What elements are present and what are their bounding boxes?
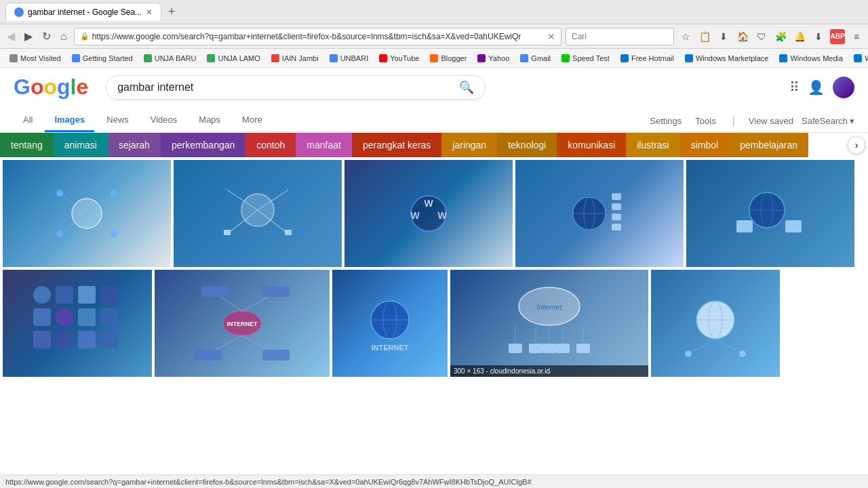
image-cell[interactable]: INTERNET — [332, 270, 448, 377]
svg-rect-42 — [33, 331, 51, 348]
tab-videos[interactable]: Videos — [141, 109, 187, 132]
bookmark-favicon — [271, 54, 279, 62]
bookmark-speedtest[interactable]: Speed Test — [557, 53, 614, 64]
home-button[interactable]: ⌂ — [58, 29, 70, 44]
google-logo[interactable]: Google — [14, 75, 88, 100]
google-search-input[interactable] — [117, 81, 459, 94]
bookmark-unja-lamo[interactable]: UNJA LAMO — [203, 53, 264, 64]
bookmark-gmail[interactable]: Gmail — [516, 53, 555, 64]
download-icon[interactable]: ⬇ — [716, 29, 731, 44]
tab-close-button[interactable]: ✕ — [146, 7, 153, 17]
chip-sejarah[interactable]: sejarah — [108, 133, 161, 157]
chips-next-button[interactable]: › — [848, 136, 865, 154]
image-content: INTERNET — [155, 270, 330, 377]
svg-rect-27 — [612, 214, 621, 220]
chip-ilustrasi[interactable]: ilustrasi — [626, 133, 679, 157]
image-content — [651, 270, 780, 377]
chip-animasi[interactable]: animasi — [54, 133, 108, 157]
svg-rect-16 — [285, 230, 292, 235]
bookmark-iain-jambi[interactable]: IAIN Jambi — [267, 53, 323, 64]
image-cell[interactable]: W W W — [344, 160, 513, 267]
account-icon[interactable]: 👤 — [808, 79, 825, 96]
chip-simbol[interactable]: simbol — [680, 133, 729, 157]
chip-jaringan[interactable]: jaringan — [441, 133, 497, 157]
chip-teknologi[interactable]: teknologi — [497, 133, 557, 157]
svg-rect-38 — [33, 308, 51, 326]
internet-diagram-svg — [46, 180, 127, 247]
chip-pembelajaran[interactable]: pembelajaran — [729, 133, 808, 157]
image-cell[interactable]: INTERNET — [155, 270, 330, 377]
image-content — [174, 160, 342, 267]
image-cell[interactable] — [515, 160, 684, 267]
apps-grid-icon[interactable]: ⠿ — [789, 79, 800, 96]
image-cell[interactable] — [3, 160, 171, 267]
chip-perangkat-keras[interactable]: perangkat keras — [352, 133, 441, 157]
star-icon[interactable]: ☆ — [678, 29, 693, 44]
bookmark-getting-started[interactable]: Getting Started — [68, 53, 137, 64]
www-svg: W W W — [388, 180, 469, 247]
tab-all[interactable]: All — [14, 109, 42, 132]
chip-manfaat[interactable]: manfaat — [296, 133, 352, 157]
bookmark-icon[interactable]: 📋 — [697, 29, 712, 44]
back-button[interactable]: ◀ — [4, 28, 18, 44]
svg-rect-36 — [78, 286, 96, 304]
bookmark-free-hotmail[interactable]: Free Hotmail — [616, 53, 678, 64]
bookmark-windows-media[interactable]: Windows Media — [775, 53, 847, 64]
shield-icon[interactable]: 🛡 — [754, 29, 769, 44]
image-cell[interactable] — [174, 160, 342, 267]
home-nav-icon[interactable]: 🏠 — [735, 29, 750, 44]
image-cell[interactable] — [3, 270, 152, 377]
address-input[interactable] — [92, 32, 547, 41]
view-saved-link[interactable]: View saved — [749, 116, 793, 126]
chip-perkembangan[interactable]: perkembangan — [161, 133, 245, 157]
address-bar-wrapper: 🔒 ✕ — [74, 28, 561, 45]
image-content: INTERNET — [332, 270, 448, 377]
bookmark-windows[interactable]: Windows — [850, 53, 868, 64]
bookmark-youtube[interactable]: YouTube — [375, 53, 423, 64]
bookmark-yahoo[interactable]: Yahoo — [473, 53, 513, 64]
svg-text:INTERNET: INTERNET — [372, 344, 409, 352]
address-clear-button[interactable]: ✕ — [547, 31, 555, 42]
new-tab-button[interactable]: + — [164, 5, 180, 19]
chip-contoh[interactable]: contoh — [245, 133, 296, 157]
dl-indicator-icon[interactable]: ⬇ — [811, 29, 826, 44]
tools-link[interactable]: Tools — [692, 110, 718, 131]
bookmark-favicon — [620, 54, 629, 62]
chip-tentang[interactable]: tentang — [0, 133, 54, 157]
forward-button[interactable]: ▶ — [22, 28, 35, 44]
safesearch-arrow: ▾ — [850, 116, 854, 126]
chip-komunikasi[interactable]: komunikasi — [557, 133, 626, 157]
bookmark-favicon — [144, 54, 152, 62]
bookmark-favicon — [330, 54, 338, 62]
bookmark-unja-baru[interactable]: UNJA BARU — [140, 53, 201, 64]
bookmark-windows-marketplace[interactable]: Windows Marketplace — [681, 53, 773, 64]
tab-more[interactable]: More — [233, 109, 272, 132]
active-tab[interactable]: gambar internet - Google Sea... ✕ — [5, 3, 161, 21]
mini-search-input[interactable] — [572, 32, 668, 41]
tab-bar: gambar internet - Google Sea... ✕ + — [5, 3, 180, 21]
tab-images[interactable]: Images — [45, 109, 94, 132]
tab-news[interactable]: News — [97, 109, 138, 132]
notification-icon[interactable]: 🔔 — [792, 29, 807, 44]
bookmark-most-visited[interactable]: Most Visited — [5, 53, 65, 64]
chips-nav-right: › — [841, 133, 868, 157]
toolbar-icons: ☆ 📋 ⬇ 🏠 🛡 🧩 🔔 ⬇ ABP ≡ — [678, 29, 864, 44]
bookmark-label: Getting Started — [83, 54, 133, 62]
svg-rect-44 — [78, 331, 96, 348]
bookmark-blogger[interactable]: Blogger — [426, 53, 471, 64]
image-cell[interactable]: Internet 300 × 163 - cloudindonesia.or.i… — [450, 270, 648, 377]
google-search-icon[interactable]: 🔍 — [459, 80, 474, 95]
bookmark-unbari[interactable]: UNBARI — [326, 53, 373, 64]
safesearch-link[interactable]: SafeSearch ▾ — [802, 116, 854, 126]
image-cell[interactable] — [686, 160, 854, 267]
menu-button[interactable]: ≡ — [849, 29, 864, 44]
bookmark-favicon — [685, 54, 693, 62]
settings-link[interactable]: Settings — [647, 110, 684, 131]
user-avatar[interactable] — [833, 77, 854, 98]
image-cell[interactable] — [651, 270, 780, 377]
tab-all-label: All — [23, 115, 33, 125]
reload-button[interactable]: ↻ — [39, 28, 54, 44]
abp-icon[interactable]: ABP — [830, 29, 845, 44]
tab-maps[interactable]: Maps — [189, 109, 230, 132]
addon-icon[interactable]: 🧩 — [773, 29, 788, 44]
